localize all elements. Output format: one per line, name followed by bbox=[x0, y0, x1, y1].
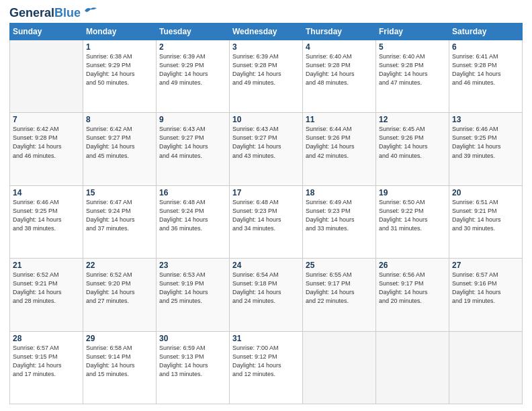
calendar-cell: 6Sunrise: 6:41 AM Sunset: 9:28 PM Daylig… bbox=[449, 40, 523, 113]
day-number: 23 bbox=[159, 261, 226, 270]
calendar-cell: 12Sunrise: 6:45 AM Sunset: 9:26 PM Dayli… bbox=[376, 113, 449, 185]
day-info: Sunrise: 6:53 AM Sunset: 9:19 PM Dayligh… bbox=[159, 271, 226, 306]
day-info: Sunrise: 6:42 AM Sunset: 9:28 PM Dayligh… bbox=[13, 125, 80, 160]
calendar-cell: 21Sunrise: 6:52 AM Sunset: 9:21 PM Dayli… bbox=[10, 259, 83, 331]
day-number: 4 bbox=[306, 42, 373, 52]
day-info: Sunrise: 6:40 AM Sunset: 9:28 PM Dayligh… bbox=[306, 52, 373, 87]
day-number: 14 bbox=[13, 188, 80, 197]
calendar-cell: 22Sunrise: 6:52 AM Sunset: 9:20 PM Dayli… bbox=[83, 259, 157, 331]
day-info: Sunrise: 6:54 AM Sunset: 9:18 PM Dayligh… bbox=[232, 271, 300, 306]
day-number: 7 bbox=[13, 115, 80, 124]
calendar-cell: 17Sunrise: 6:48 AM Sunset: 9:23 PM Dayli… bbox=[230, 185, 303, 258]
day-info: Sunrise: 6:41 AM Sunset: 9:28 PM Dayligh… bbox=[452, 52, 519, 87]
day-info: Sunrise: 6:44 AM Sunset: 9:26 PM Dayligh… bbox=[306, 125, 373, 160]
weekday-header-wednesday: Wednesday bbox=[230, 24, 303, 40]
weekday-header-monday: Monday bbox=[83, 24, 157, 40]
calendar-cell: 28Sunrise: 6:57 AM Sunset: 9:15 PM Dayli… bbox=[10, 331, 83, 404]
day-number: 31 bbox=[232, 334, 300, 343]
logo: GeneralBlue bbox=[9, 7, 98, 19]
day-info: Sunrise: 6:55 AM Sunset: 9:17 PM Dayligh… bbox=[306, 271, 373, 306]
day-number: 6 bbox=[452, 42, 519, 52]
day-info: Sunrise: 6:57 AM Sunset: 9:15 PM Dayligh… bbox=[13, 344, 80, 379]
day-number: 2 bbox=[159, 42, 226, 52]
day-info: Sunrise: 6:40 AM Sunset: 9:28 PM Dayligh… bbox=[379, 52, 446, 87]
calendar-cell: 16Sunrise: 6:48 AM Sunset: 9:24 PM Dayli… bbox=[157, 185, 230, 258]
day-info: Sunrise: 6:46 AM Sunset: 9:25 PM Dayligh… bbox=[13, 198, 80, 233]
calendar-cell: 4Sunrise: 6:40 AM Sunset: 9:28 PM Daylig… bbox=[303, 40, 376, 113]
day-number: 11 bbox=[306, 115, 373, 124]
header: GeneralBlue bbox=[9, 7, 523, 19]
calendar-cell: 13Sunrise: 6:46 AM Sunset: 9:25 PM Dayli… bbox=[449, 113, 523, 185]
day-number: 26 bbox=[379, 261, 446, 270]
calendar-cell: 8Sunrise: 6:42 AM Sunset: 9:27 PM Daylig… bbox=[83, 113, 157, 185]
calendar-cell: 23Sunrise: 6:53 AM Sunset: 9:19 PM Dayli… bbox=[157, 259, 230, 331]
day-info: Sunrise: 6:47 AM Sunset: 9:24 PM Dayligh… bbox=[86, 198, 153, 233]
day-info: Sunrise: 6:57 AM Sunset: 9:16 PM Dayligh… bbox=[452, 271, 519, 306]
logo-text: GeneralBlue bbox=[9, 7, 81, 19]
calendar-cell bbox=[449, 331, 523, 404]
day-number: 13 bbox=[452, 115, 519, 124]
calendar-cell: 1Sunrise: 6:38 AM Sunset: 9:29 PM Daylig… bbox=[83, 40, 157, 113]
calendar-table: SundayMondayTuesdayWednesdayThursdayFrid… bbox=[9, 23, 523, 404]
day-number: 9 bbox=[159, 115, 226, 124]
calendar-cell: 30Sunrise: 6:59 AM Sunset: 9:13 PM Dayli… bbox=[157, 331, 230, 404]
calendar-cell: 7Sunrise: 6:42 AM Sunset: 9:28 PM Daylig… bbox=[10, 113, 83, 185]
calendar-cell: 5Sunrise: 6:40 AM Sunset: 9:28 PM Daylig… bbox=[376, 40, 449, 113]
day-number: 5 bbox=[379, 42, 446, 52]
day-number: 21 bbox=[13, 261, 80, 270]
day-info: Sunrise: 6:56 AM Sunset: 9:17 PM Dayligh… bbox=[379, 271, 446, 306]
calendar-cell: 15Sunrise: 6:47 AM Sunset: 9:24 PM Dayli… bbox=[83, 185, 157, 258]
calendar-cell: 20Sunrise: 6:51 AM Sunset: 9:21 PM Dayli… bbox=[449, 185, 523, 258]
day-info: Sunrise: 6:46 AM Sunset: 9:25 PM Dayligh… bbox=[452, 125, 519, 160]
day-info: Sunrise: 6:52 AM Sunset: 9:20 PM Dayligh… bbox=[86, 271, 153, 306]
day-info: Sunrise: 7:00 AM Sunset: 9:12 PM Dayligh… bbox=[232, 344, 300, 379]
week-row-2: 7Sunrise: 6:42 AM Sunset: 9:28 PM Daylig… bbox=[10, 113, 523, 185]
day-info: Sunrise: 6:52 AM Sunset: 9:21 PM Dayligh… bbox=[13, 271, 80, 306]
day-number: 25 bbox=[306, 261, 373, 270]
day-number: 3 bbox=[232, 42, 300, 52]
day-info: Sunrise: 6:43 AM Sunset: 9:27 PM Dayligh… bbox=[159, 125, 226, 160]
calendar-cell: 19Sunrise: 6:50 AM Sunset: 9:22 PM Dayli… bbox=[376, 185, 449, 258]
weekday-header-thursday: Thursday bbox=[303, 24, 376, 40]
day-number: 20 bbox=[452, 188, 519, 197]
day-info: Sunrise: 6:39 AM Sunset: 9:29 PM Dayligh… bbox=[159, 52, 226, 87]
calendar-cell: 18Sunrise: 6:49 AM Sunset: 9:23 PM Dayli… bbox=[303, 185, 376, 258]
calendar-cell: 24Sunrise: 6:54 AM Sunset: 9:18 PM Dayli… bbox=[230, 259, 303, 331]
day-number: 10 bbox=[232, 115, 300, 124]
day-info: Sunrise: 6:43 AM Sunset: 9:27 PM Dayligh… bbox=[232, 125, 300, 160]
weekday-header-friday: Friday bbox=[376, 24, 449, 40]
day-info: Sunrise: 6:45 AM Sunset: 9:26 PM Dayligh… bbox=[379, 125, 446, 160]
day-info: Sunrise: 6:48 AM Sunset: 9:24 PM Dayligh… bbox=[159, 198, 226, 233]
day-info: Sunrise: 6:58 AM Sunset: 9:14 PM Dayligh… bbox=[86, 344, 153, 379]
day-number: 17 bbox=[232, 188, 300, 197]
calendar-cell: 10Sunrise: 6:43 AM Sunset: 9:27 PM Dayli… bbox=[230, 113, 303, 185]
calendar-cell: 3Sunrise: 6:39 AM Sunset: 9:28 PM Daylig… bbox=[230, 40, 303, 113]
day-number: 24 bbox=[232, 261, 300, 270]
week-row-4: 21Sunrise: 6:52 AM Sunset: 9:21 PM Dayli… bbox=[10, 259, 523, 331]
calendar-cell bbox=[10, 40, 83, 113]
calendar-cell: 11Sunrise: 6:44 AM Sunset: 9:26 PM Dayli… bbox=[303, 113, 376, 185]
day-number: 1 bbox=[86, 42, 153, 52]
day-info: Sunrise: 6:51 AM Sunset: 9:21 PM Dayligh… bbox=[452, 198, 519, 233]
calendar-cell: 25Sunrise: 6:55 AM Sunset: 9:17 PM Dayli… bbox=[303, 259, 376, 331]
day-info: Sunrise: 6:48 AM Sunset: 9:23 PM Dayligh… bbox=[232, 198, 300, 233]
day-number: 12 bbox=[379, 115, 446, 124]
week-row-1: 1Sunrise: 6:38 AM Sunset: 9:29 PM Daylig… bbox=[10, 40, 523, 113]
day-info: Sunrise: 6:39 AM Sunset: 9:28 PM Dayligh… bbox=[232, 52, 300, 87]
day-number: 8 bbox=[86, 115, 153, 124]
day-info: Sunrise: 6:49 AM Sunset: 9:23 PM Dayligh… bbox=[306, 198, 373, 233]
weekday-header-sunday: Sunday bbox=[10, 24, 83, 40]
day-number: 16 bbox=[159, 188, 226, 197]
calendar-cell bbox=[303, 331, 376, 404]
weekday-header-tuesday: Tuesday bbox=[157, 24, 230, 40]
weekday-header-row: SundayMondayTuesdayWednesdayThursdayFrid… bbox=[10, 24, 523, 40]
page: GeneralBlue SundayMondayTuesdayWednesday… bbox=[0, 0, 532, 411]
day-number: 30 bbox=[159, 334, 226, 343]
day-info: Sunrise: 6:50 AM Sunset: 9:22 PM Dayligh… bbox=[379, 198, 446, 233]
logo-bird-icon bbox=[83, 5, 98, 16]
day-number: 27 bbox=[452, 261, 519, 270]
day-number: 28 bbox=[13, 334, 80, 343]
calendar-cell: 9Sunrise: 6:43 AM Sunset: 9:27 PM Daylig… bbox=[157, 113, 230, 185]
day-number: 18 bbox=[306, 188, 373, 197]
calendar-cell: 2Sunrise: 6:39 AM Sunset: 9:29 PM Daylig… bbox=[157, 40, 230, 113]
